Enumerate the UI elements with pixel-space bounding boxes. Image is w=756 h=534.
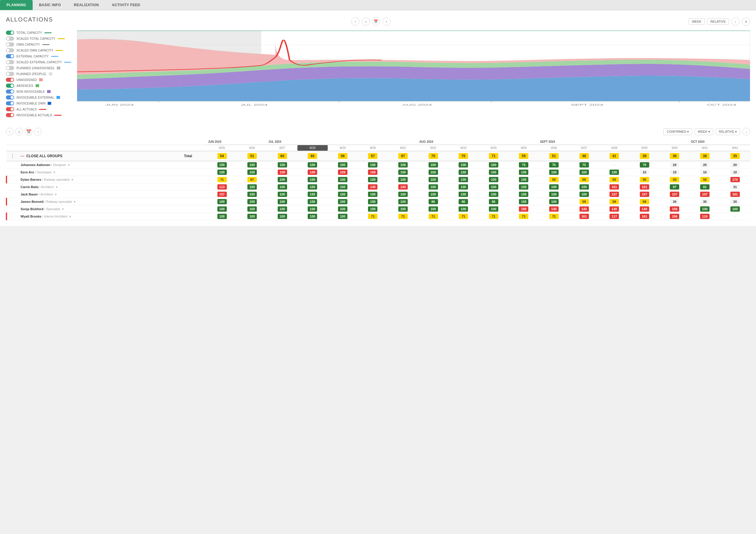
home-chart-btn[interactable]: ⌂: [362, 17, 370, 26]
person-chevron-5[interactable]: ▾: [74, 200, 75, 203]
grid-nav-right: CONFIRMED ▾ WEEK ▾ RELATIVE ▾ ↓: [663, 128, 750, 135]
w26-header: W26: [237, 145, 267, 151]
grid-download-btn[interactable]: ↓: [742, 128, 750, 135]
download-chart-btn[interactable]: ↓: [731, 17, 740, 26]
cell-1-6: 100: [388, 169, 418, 176]
total-value-9: 71: [489, 153, 498, 159]
toggle-scaled-total[interactable]: [6, 37, 14, 41]
toggle-scaled-external[interactable]: [6, 60, 14, 64]
tab-planning[interactable]: PLANNING: [0, 0, 33, 10]
cell-value-1-12: 100: [580, 170, 589, 175]
person-name-3: Carrie Batiz / Architect ▾: [18, 183, 169, 191]
confirmed-dropdown[interactable]: CONFIRMED ▾: [663, 128, 692, 135]
cell-value-5-11: 100: [549, 199, 559, 204]
person-chevron-2[interactable]: ▾: [71, 178, 73, 181]
toggle-all-actuals[interactable]: [6, 107, 14, 111]
cell-value-1-16: 10: [700, 170, 710, 175]
calendar-chart-btn[interactable]: 📅: [372, 17, 380, 26]
total-cell-10: 55: [509, 151, 539, 161]
person-chevron-1[interactable]: ▾: [54, 171, 55, 174]
toggle-invoiceable-external[interactable]: [6, 96, 14, 99]
cell-value-2-5: 100: [368, 177, 377, 182]
tab-activity-feed[interactable]: ACTIVITY FEED: [105, 0, 147, 10]
grid-table: JUN 2024 JUL 2024 AUG 2024 SEPT 2024 OCT…: [6, 139, 750, 220]
person-chevron-7[interactable]: ▾: [69, 215, 71, 218]
cell-value-1-8: 100: [459, 170, 468, 175]
cell-value-1-4: 109: [338, 170, 347, 175]
close-all-label[interactable]: — CLOSE ALL GROUPS: [18, 151, 169, 161]
main-content: ALLOCATIONS ‹ ⌂ 📅 › WEEK RELATIVE ↓ ∧ TO…: [0, 10, 756, 226]
toggle-invoiceable-own[interactable]: [6, 101, 14, 105]
cell-5-5: 100: [358, 198, 388, 206]
cell-7-10: 71: [509, 213, 539, 220]
chart-area: 100% 80% 60% 40% 20%: [77, 31, 750, 119]
cell-3-13: 161: [599, 183, 630, 191]
toggle-planned-unassigned[interactable]: [6, 66, 14, 70]
person-total-0: [169, 161, 207, 169]
tab-basic-info[interactable]: BASIC INFO: [33, 0, 68, 10]
legend-scaled-external: SCALED EXTERNAL CAPACITY: [6, 60, 71, 64]
toggle-own-capacity[interactable]: [6, 42, 14, 46]
person-row: Jack Bauer / Architect ▾ 157100100100100…: [7, 191, 750, 198]
cell-5-10: 100: [509, 198, 539, 206]
person-chevron-4[interactable]: ▾: [55, 193, 57, 196]
toggle-unassigned[interactable]: [6, 78, 14, 82]
cell-value-7-12: 161: [580, 214, 589, 219]
toggle-planned-people[interactable]: [6, 72, 14, 76]
person-chevron-6[interactable]: ▾: [62, 208, 64, 211]
collapse-chart-btn[interactable]: ∧: [742, 17, 750, 26]
cell-2-11: 50: [539, 176, 569, 183]
grid-week-dropdown[interactable]: WEEK ▾: [694, 128, 713, 135]
cell-value-4-14: 107: [640, 192, 649, 197]
week-dropdown[interactable]: WEEK: [688, 18, 705, 25]
month-header-row: JUN 2024 JUL 2024 AUG 2024 SEPT 2024 OCT…: [7, 139, 750, 145]
grid-prev-btn[interactable]: ‹: [6, 128, 14, 135]
person-chevron-0[interactable]: ▾: [68, 163, 69, 167]
total-cell-3: 60: [297, 151, 328, 161]
three-dots[interactable]: ⋮: [8, 154, 17, 159]
toggle-scaled-own[interactable]: [6, 48, 14, 52]
cell-4-0: 157: [207, 191, 237, 198]
person-dots-6: [7, 206, 18, 213]
cell-6-17: 100: [720, 206, 750, 213]
cell-3-3: 100: [297, 183, 328, 191]
prev-chart-btn[interactable]: ‹: [351, 17, 360, 26]
cell-3-8: 100: [448, 183, 479, 191]
cell-3-9: 100: [479, 183, 509, 191]
cell-7-13: 117: [599, 213, 630, 220]
cell-value-6-15: 108: [670, 206, 679, 212]
legend-scaled-total: SCALED TOTAL CAPACITY: [6, 37, 71, 41]
toggle-total-capacity[interactable]: [6, 31, 14, 35]
cell-5-0: 100: [207, 198, 237, 206]
grid-nav-bar: ‹ ⌂ 📅 › CONFIRMED ▾ WEEK ▾ RELATIVE ▾ ↓: [6, 128, 750, 135]
toggle-absences[interactable]: [6, 84, 14, 88]
cell-0-17: 20: [720, 161, 750, 169]
grid-home-btn[interactable]: ⌂: [15, 128, 23, 135]
cell-value-2-0: 71: [217, 177, 227, 182]
w39-header: W39: [630, 145, 660, 151]
legend-label-invoiceable-external: INVOICEABLE EXTERNAL: [16, 96, 54, 99]
cell-value-3-5: 140: [368, 184, 377, 189]
grid-relative-dropdown[interactable]: RELATIVE ▾: [716, 128, 740, 135]
cell-3-10: 100: [509, 183, 539, 191]
cell-value-6-10: 180: [519, 206, 528, 212]
person-chevron-3[interactable]: ▾: [56, 185, 57, 189]
relative-dropdown[interactable]: RELATIVE: [707, 18, 729, 25]
cell-value-2-6: 100: [398, 177, 408, 182]
person-row: Eero Aro / Developer ▾ 10010010910910910…: [7, 169, 750, 176]
toggle-external-capacity[interactable]: [6, 54, 14, 58]
cell-value-7-2: 100: [278, 214, 287, 219]
toggle-invoiceable-actuals[interactable]: [6, 113, 14, 117]
cell-value-4-10: 100: [519, 192, 528, 197]
grid-calendar-btn[interactable]: 📅: [25, 128, 32, 135]
toggle-non-invoiceable[interactable]: [6, 90, 14, 94]
cell-6-14: 140: [630, 206, 660, 213]
grid-next-btn[interactable]: ›: [34, 128, 42, 135]
legend-label-invoiceable-own: INVOICEABLE OWN: [16, 102, 45, 105]
cell-value-3-13: 161: [609, 184, 619, 189]
chart-svg: 100% 80% 60% 40% 20%: [77, 31, 750, 107]
cell-value-2-14: 50: [640, 177, 649, 182]
tab-realization[interactable]: REALIZATION: [68, 0, 105, 10]
next-chart-btn[interactable]: ›: [382, 17, 391, 26]
legend-own-capacity: OWN CAPACITY: [6, 42, 71, 46]
